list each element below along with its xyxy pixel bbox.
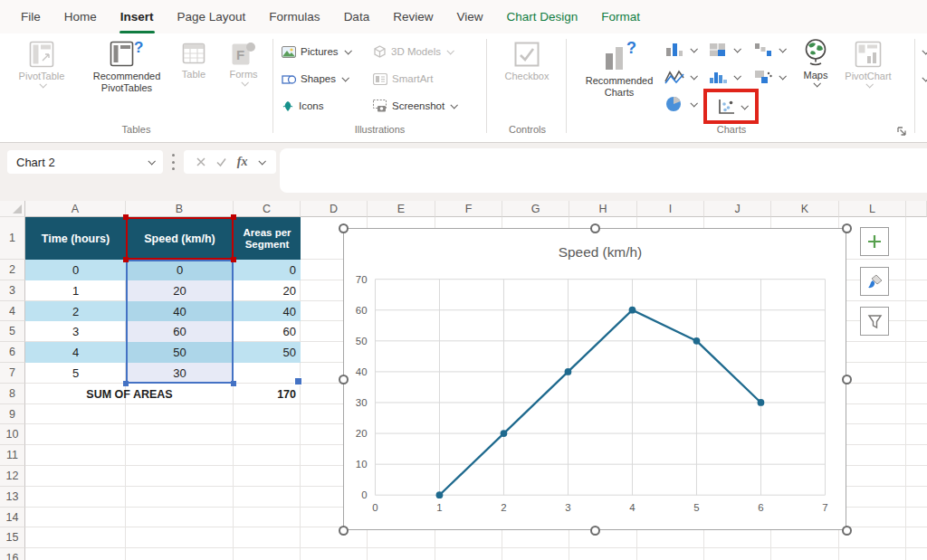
row-header-13[interactable]: 13 — [0, 487, 25, 508]
table-button[interactable]: Table — [172, 41, 215, 81]
row-header-15[interactable]: 15 — [0, 527, 25, 548]
table-cell[interactable]: 5 — [25, 363, 126, 384]
table-cell[interactable]: 20 — [234, 280, 301, 301]
range-handle[interactable] — [231, 214, 236, 220]
sum-value-cell[interactable]: 170 — [234, 384, 301, 404]
row-header-3[interactable]: 3 — [0, 280, 25, 301]
table-cell[interactable]: 2 — [25, 301, 126, 321]
forms-button[interactable]: F Forms — [220, 41, 267, 86]
select-all-corner[interactable] — [0, 201, 25, 217]
column-header-B[interactable]: B — [126, 201, 234, 217]
column-header-F[interactable]: F — [435, 201, 502, 217]
row-header-7[interactable]: 7 — [0, 363, 25, 384]
chart-filters-button[interactable] — [860, 307, 889, 336]
table-cell[interactable]: 0 — [25, 260, 126, 280]
fx-dropdown-icon[interactable] — [258, 157, 265, 165]
chart-resize-handle[interactable] — [842, 223, 852, 233]
range-handle[interactable] — [123, 214, 129, 220]
chart-resize-handle[interactable] — [842, 526, 852, 536]
recommended-charts-button[interactable]: ? Recommended Charts — [574, 39, 664, 99]
icons-button[interactable]: Icons — [282, 97, 324, 115]
checkbox-button[interactable]: Checkbox — [498, 41, 556, 82]
scatter-chart-dropdown-icon[interactable] — [741, 102, 748, 109]
scatter-chart-icon[interactable] — [716, 98, 736, 116]
range-handle[interactable] — [123, 257, 129, 262]
table-cell[interactable]: 60 — [234, 321, 301, 342]
name-box-dropdown-icon[interactable] — [148, 157, 155, 165]
tab-page-layout[interactable]: Page Layout — [166, 0, 258, 33]
row-header-14[interactable]: 14 — [0, 508, 25, 527]
table-cell[interactable]: 4 — [25, 342, 126, 363]
maps-button[interactable]: Maps — [793, 38, 838, 87]
tab-file[interactable]: File — [9, 0, 53, 33]
range-corner-handle[interactable] — [294, 377, 302, 385]
charts-dialog-launcher-icon[interactable] — [896, 126, 907, 137]
range-handle[interactable] — [231, 257, 236, 262]
insert-pie-chart-button[interactable] — [664, 95, 696, 113]
chart-elements-button[interactable] — [860, 227, 889, 256]
column-header-A[interactable]: A — [25, 201, 126, 217]
chart-resize-handle[interactable] — [339, 526, 349, 536]
row-header-10[interactable]: 10 — [0, 424, 25, 445]
column-header-K[interactable]: K — [771, 201, 839, 217]
row-header-16[interactable]: 16 — [0, 548, 25, 560]
tab-insert[interactable]: Insert — [109, 0, 166, 33]
row-header-8[interactable]: 8 — [0, 384, 25, 404]
enter-icon[interactable] — [215, 157, 227, 167]
row-header-12[interactable]: 12 — [0, 466, 25, 487]
range-handle[interactable] — [123, 381, 129, 386]
shapes-button[interactable]: Shapes — [282, 70, 348, 88]
insert-waterfall-chart-button[interactable] — [753, 41, 785, 59]
column-header-L[interactable]: L — [839, 201, 906, 217]
table-header-cell[interactable]: Areas per Segment — [234, 217, 301, 260]
tab-format[interactable]: Format — [589, 0, 652, 33]
range-handle[interactable] — [231, 381, 236, 386]
pivottable-button[interactable]: PivotTable — [14, 41, 69, 88]
table-cell[interactable] — [234, 363, 301, 384]
recommended-pivottables-button[interactable]: ? Recommended PivotTables — [80, 38, 174, 94]
3d-models-button[interactable]: 3D Models — [373, 43, 453, 61]
column-header-C[interactable]: C — [234, 201, 301, 217]
tab-view[interactable]: View — [444, 0, 494, 33]
column-header-D[interactable]: D — [301, 201, 368, 217]
insert-column-chart-button[interactable] — [664, 41, 696, 59]
table-cell[interactable]: 50 — [234, 342, 301, 363]
insert-function-icon[interactable]: fx — [237, 155, 248, 169]
row-header-1[interactable]: 1 — [0, 217, 25, 260]
chart-resize-handle[interactable] — [339, 223, 349, 233]
formula-input[interactable] — [280, 148, 927, 193]
column-header-H[interactable]: H — [569, 201, 637, 217]
chart-resize-handle[interactable] — [590, 526, 600, 536]
embedded-chart[interactable]: 01234567010203040506070Speed (km/h) — [343, 228, 846, 530]
insert-line-chart-button[interactable] — [664, 68, 696, 86]
table-cell[interactable]: 40 — [234, 301, 301, 321]
table-cell[interactable]: 0 — [234, 260, 301, 280]
insert-combo-chart-button[interactable] — [753, 68, 785, 86]
series-values-range-outline[interactable] — [126, 260, 234, 384]
pictures-button[interactable]: Pictures — [282, 43, 350, 61]
insert-statistic-chart-button[interactable] — [708, 68, 740, 86]
row-header-5[interactable]: 5 — [0, 321, 25, 342]
sum-label-cell[interactable]: SUM OF AREAS — [25, 384, 234, 404]
row-header-6[interactable]: 6 — [0, 342, 25, 363]
series-name-range-outline[interactable] — [126, 217, 234, 260]
column-header-G[interactable]: G — [502, 201, 569, 217]
screenshot-button[interactable]: Screenshot — [373, 97, 456, 115]
table-cell[interactable]: 3 — [25, 321, 126, 342]
row-header-4[interactable]: 4 — [0, 301, 25, 321]
pivotchart-button[interactable]: PivotChart — [836, 41, 900, 88]
row-header-2[interactable]: 2 — [0, 260, 25, 280]
row-header-11[interactable]: 11 — [0, 445, 25, 466]
column-header-I[interactable]: I — [637, 201, 704, 217]
column-header-E[interactable]: E — [368, 201, 435, 217]
column-header-partial[interactable] — [906, 201, 927, 217]
chart-resize-handle[interactable] — [590, 223, 600, 233]
cancel-icon[interactable] — [196, 157, 206, 167]
row-header-9[interactable]: 9 — [0, 404, 25, 424]
table-header-cell[interactable]: Time (hours) — [25, 217, 126, 260]
column-header-J[interactable]: J — [704, 201, 771, 217]
tab-chart-design[interactable]: Chart Design — [494, 0, 589, 33]
tab-data[interactable]: Data — [332, 0, 382, 33]
chart-styles-button[interactable] — [860, 267, 889, 296]
name-box[interactable]: Chart 2 — [7, 150, 163, 174]
